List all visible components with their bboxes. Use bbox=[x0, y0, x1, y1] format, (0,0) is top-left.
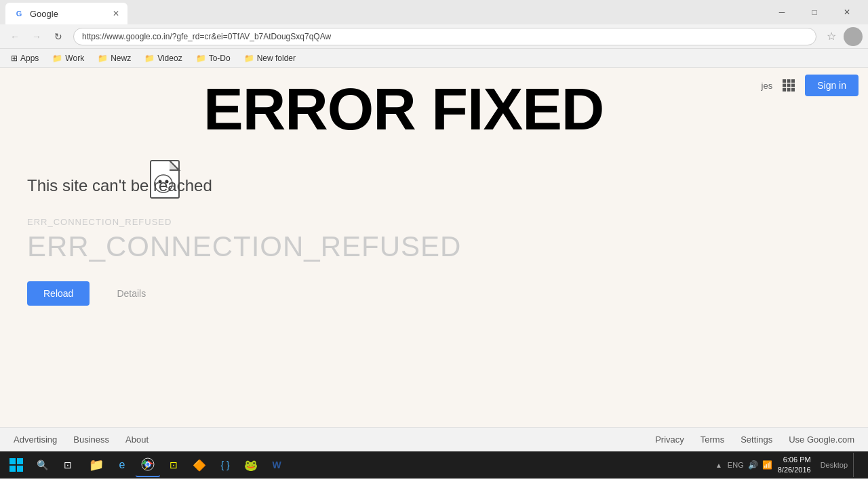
error-actions: Reload Details bbox=[27, 281, 146, 306]
bookmark-newfolder[interactable]: 📁 New folder bbox=[239, 52, 301, 64]
footer-about[interactable]: About bbox=[125, 434, 149, 445]
error-code-shadow: ERR_CONNECTION_REFUSED bbox=[27, 217, 172, 227]
apps-grid-icon: ⊞ bbox=[11, 54, 18, 63]
footer-privacy[interactable]: Privacy bbox=[655, 434, 684, 445]
taskbar-chrome[interactable] bbox=[136, 453, 160, 477]
title-bar: G Google ✕ ─ □ ✕ bbox=[0, 0, 868, 24]
svg-rect-13 bbox=[9, 458, 16, 464]
desktop-label: Desktop bbox=[821, 461, 848, 469]
volume-icon[interactable]: 🔊 bbox=[748, 460, 758, 470]
sign-in-button[interactable]: Sign in bbox=[805, 75, 859, 96]
svg-rect-1 bbox=[787, 79, 791, 83]
svg-rect-6 bbox=[783, 88, 786, 92]
folder-icon-todo: 📁 bbox=[196, 54, 206, 63]
svg-rect-3 bbox=[783, 84, 786, 87]
folder-icon-work: 📁 bbox=[52, 54, 62, 63]
bookmarks-bar: ⊞ Apps 📁 Work 📁 Newz 📁 Videoz 📁 To-Do 📁 … bbox=[0, 49, 868, 68]
notification-area: ▲ bbox=[715, 462, 722, 469]
taskbar-brackets[interactable]: { } bbox=[213, 453, 237, 477]
time-display: 6:06 PM bbox=[778, 455, 811, 465]
google-apps-btn[interactable] bbox=[778, 75, 800, 96]
google-top-nav: jes Sign in bbox=[752, 68, 868, 103]
svg-rect-8 bbox=[791, 88, 795, 92]
task-view-btn[interactable]: ⊡ bbox=[56, 453, 80, 477]
bookmark-videoz[interactable]: 📁 Videoz bbox=[139, 52, 187, 64]
profile-icon[interactable] bbox=[844, 27, 863, 46]
svg-rect-16 bbox=[17, 466, 23, 472]
close-btn[interactable]: ✕ bbox=[831, 0, 863, 24]
taskbar-apps: 📁 e ⊡ 🔶 { } 🐸 W bbox=[84, 453, 289, 477]
details-link[interactable]: Details bbox=[117, 288, 146, 299]
page-content: jes Sign in ERROR FIXED bbox=[0, 68, 868, 427]
footer-links-left: Advertising Business About bbox=[14, 434, 149, 445]
folder-icon-videoz: 📁 bbox=[144, 54, 155, 63]
footer-terms[interactable]: Terms bbox=[701, 434, 724, 445]
taskbar-frog[interactable]: 🐸 bbox=[239, 453, 263, 477]
svg-rect-0 bbox=[783, 79, 786, 83]
svg-rect-15 bbox=[9, 466, 16, 472]
taskbar-search-btn[interactable]: 🔍 bbox=[30, 453, 54, 477]
bookmark-videoz-label: Videoz bbox=[157, 54, 182, 63]
bookmark-todo[interactable]: 📁 To-Do bbox=[191, 52, 236, 64]
tab-title: Google bbox=[30, 9, 58, 19]
footer-business[interactable]: Business bbox=[73, 434, 109, 445]
reload-btn[interactable]: ↻ bbox=[49, 27, 68, 46]
svg-rect-5 bbox=[791, 84, 795, 87]
svg-rect-4 bbox=[787, 84, 791, 87]
taskbar-file-explorer[interactable]: 📁 bbox=[84, 453, 108, 477]
folder-icon-newz: 📁 bbox=[98, 54, 108, 63]
chevron-up-icon[interactable]: ▲ bbox=[715, 462, 722, 469]
forward-btn[interactable]: → bbox=[27, 27, 46, 46]
taskbar-right: ▲ ENG 🔊 📶 6:06 PM 8/26/2016 Desktop bbox=[715, 453, 864, 477]
back-btn[interactable]: ← bbox=[5, 27, 24, 46]
google-favicon: G bbox=[14, 8, 24, 19]
footer: Advertising Business About Privacy Terms… bbox=[0, 427, 868, 451]
svg-rect-14 bbox=[17, 458, 23, 464]
footer-links-right: Privacy Terms Settings Use Google.com bbox=[655, 434, 854, 445]
error-title: ERROR FIXED bbox=[203, 75, 604, 144]
taskbar-clock: 6:06 PM 8/26/2016 bbox=[778, 455, 811, 476]
new-tab[interactable] bbox=[127, 3, 155, 24]
start-button[interactable] bbox=[4, 453, 28, 477]
footer-use-google[interactable]: Use Google.com bbox=[789, 434, 854, 445]
taskbar-edge[interactable]: e bbox=[110, 453, 134, 477]
address-bar[interactable]: https://www.google.co.in/?gfe_rd=cr&ei=0… bbox=[73, 28, 816, 45]
show-desktop-btn[interactable] bbox=[853, 453, 859, 477]
svg-point-20 bbox=[146, 463, 150, 466]
google-nav-partial: jes bbox=[762, 81, 773, 91]
keyboard-icon: ENG bbox=[728, 461, 744, 469]
maximize-btn[interactable]: □ bbox=[799, 0, 830, 24]
network-icon[interactable]: 📶 bbox=[762, 460, 772, 470]
error-subtitle: This site can't be reached bbox=[27, 176, 212, 195]
bookmark-newfolder-label: New folder bbox=[257, 54, 296, 63]
bookmark-work-label: Work bbox=[65, 54, 84, 63]
error-code-main: ERR_CONNECTION_REFUSED bbox=[27, 230, 461, 263]
tab-close-btn[interactable]: ✕ bbox=[113, 9, 119, 18]
taskbar-sys-icons: ENG 🔊 📶 bbox=[728, 460, 772, 470]
bookmark-newz[interactable]: 📁 Newz bbox=[92, 52, 136, 64]
bookmark-star-btn[interactable]: ☆ bbox=[822, 27, 841, 46]
svg-rect-2 bbox=[791, 79, 795, 83]
reload-button[interactable]: Reload bbox=[27, 281, 90, 306]
apps-bookmark[interactable]: ⊞ Apps bbox=[5, 52, 44, 64]
window-controls: ─ □ ✕ bbox=[766, 0, 863, 24]
footer-settings[interactable]: Settings bbox=[741, 434, 772, 445]
bookmark-newz-label: Newz bbox=[111, 54, 131, 63]
address-text: https://www.google.co.in/?gfe_rd=cr&ei=0… bbox=[82, 32, 331, 41]
active-tab[interactable]: G Google ✕ bbox=[5, 3, 127, 24]
nav-bar: ← → ↻ https://www.google.co.in/?gfe_rd=c… bbox=[0, 24, 868, 49]
bookmark-work[interactable]: 📁 Work bbox=[47, 52, 90, 64]
minimize-btn[interactable]: ─ bbox=[766, 0, 797, 24]
bookmark-todo-label: To-Do bbox=[209, 54, 231, 63]
taskbar: 🔍 ⊡ 📁 e ⊡ 🔶 { } 🐸 W ▲ ENG 🔊 bbox=[0, 451, 868, 479]
taskbar-media[interactable]: ⊡ bbox=[161, 453, 186, 477]
taskbar-word[interactable]: W bbox=[264, 453, 289, 477]
footer-advertising[interactable]: Advertising bbox=[14, 434, 57, 445]
folder-icon-newfolder: 📁 bbox=[244, 54, 254, 63]
date-display: 8/26/2016 bbox=[778, 465, 811, 475]
apps-label: Apps bbox=[20, 54, 39, 63]
svg-rect-7 bbox=[787, 88, 791, 92]
taskbar-vlc[interactable]: 🔶 bbox=[187, 453, 212, 477]
